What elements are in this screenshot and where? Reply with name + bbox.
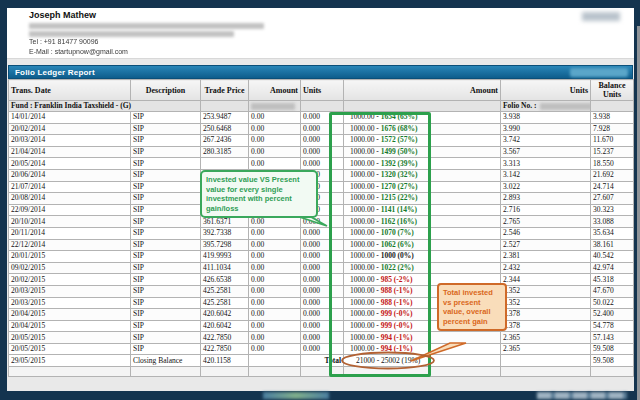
cell-amount: 0.00 bbox=[249, 274, 301, 286]
col-header-units-2: Units bbox=[501, 80, 591, 101]
table-row: 21/04/2014SIP280.31850.000.0001000.00 - … bbox=[9, 146, 634, 158]
cell-balance-units: 24.714 bbox=[591, 181, 634, 193]
cell-balance-units: 11.670 bbox=[591, 135, 634, 147]
cell-units: 0.000 bbox=[301, 332, 344, 344]
cell-description: SIP bbox=[131, 285, 201, 297]
cell-description: SIP bbox=[131, 227, 201, 239]
cell-invested-vs-present: 1000.00 - 1022 (2%) bbox=[344, 262, 501, 274]
cell-trans-date: 20/11/2014 bbox=[9, 227, 131, 239]
cell-trans-date: 21/07/2014 bbox=[9, 181, 131, 193]
cell-invested-vs-present: 1000.00 - 994 (-1%) bbox=[344, 343, 501, 355]
cell-present-units: 3.938 bbox=[501, 112, 591, 124]
cell-units: 0.000 bbox=[301, 239, 344, 251]
cell-balance-units: 45.318 bbox=[591, 274, 634, 286]
cell-present-units: 3.142 bbox=[501, 169, 591, 181]
fund-cell-amount bbox=[249, 101, 301, 112]
cell-trade-price: 411.1034 bbox=[201, 262, 249, 274]
cell-units: 0.000 bbox=[301, 123, 344, 135]
cell-units: 0.000 bbox=[301, 274, 344, 286]
tooltip-invested-vs-present: Invested value VS Present value for ever… bbox=[200, 170, 318, 218]
cell-description: Closing Balance bbox=[131, 355, 201, 367]
cell-invested-vs-present: 1000.00 - 1141 (14%) bbox=[344, 204, 501, 216]
cell-trans-date: 20/03/2015 bbox=[9, 297, 131, 309]
cell-trans-date: 20/05/2015 bbox=[9, 332, 131, 344]
empty-cell bbox=[501, 367, 591, 377]
cell-trade-price: 280.3185 bbox=[201, 146, 249, 158]
cell-units: 0.000 bbox=[301, 343, 344, 355]
redacted-header-badge bbox=[582, 12, 620, 21]
cell-balance-units: 38.161 bbox=[591, 239, 634, 251]
cell-invested-vs-present: 1000.00 - 1070 (7%) bbox=[344, 227, 501, 239]
cell-trade-price: 425.2581 bbox=[201, 297, 249, 309]
cell-description: SIP bbox=[131, 332, 201, 344]
cell-amount: 0.00 bbox=[249, 332, 301, 344]
cell-present-units: 3.567 bbox=[501, 146, 591, 158]
table-row: 20/05/2015SIP422.78500.000.0001000.00 - … bbox=[9, 332, 634, 344]
table-row: 20/03/2015SIP425.25810.000.0001000.00 - … bbox=[9, 285, 634, 297]
cell-trade-price: 392.7338 bbox=[201, 227, 249, 239]
cell-invested-vs-present: 1000.00 - 1215 (22%) bbox=[344, 193, 501, 205]
cell-present-units: 2.716 bbox=[501, 204, 591, 216]
cell-trans-date: 20/10/2014 bbox=[9, 216, 131, 228]
table-row: 20/03/2015SIP425.25810.000.0001000.00 - … bbox=[9, 297, 634, 309]
cell-trade-price: 420.1158 bbox=[201, 355, 249, 367]
empty-cell bbox=[249, 367, 301, 377]
col-header-description: Description bbox=[131, 80, 201, 101]
cell-balance-units: 27.607 bbox=[591, 193, 634, 205]
redacted-toolbar-button[interactable] bbox=[570, 68, 628, 77]
cell-trans-date: 20/04/2015 bbox=[9, 309, 131, 321]
cell-total-label: Total bbox=[301, 355, 344, 367]
cell-invested-vs-present: 1000.00 - 1654 (65%) bbox=[344, 112, 501, 124]
cell-description: SIP bbox=[131, 146, 201, 158]
cell-balance-units: 57.143 bbox=[591, 332, 634, 344]
folio-number-cell: Folio No. : bbox=[501, 101, 591, 112]
cell-description: SIP bbox=[131, 135, 201, 147]
table-row: 20/04/2015SIP420.60420.000.0001000.00 - … bbox=[9, 320, 634, 332]
cell-amount bbox=[249, 355, 301, 367]
table-row: 20/03/2014SIP267.24360.000.0001000.00 - … bbox=[9, 135, 634, 147]
fund-cell-price bbox=[201, 101, 249, 112]
cell-balance-units: 3.938 bbox=[591, 112, 634, 124]
cell-description: SIP bbox=[131, 297, 201, 309]
cell-trans-date: 22/12/2014 bbox=[9, 239, 131, 251]
cell-amount: 0.00 bbox=[249, 309, 301, 321]
table-row: 20/05/2015SIP422.78500.000.0001000.00 - … bbox=[9, 343, 634, 355]
cell-trans-date: 14/01/2014 bbox=[9, 112, 131, 124]
cell-trade-price: 267.2436 bbox=[201, 135, 249, 147]
cell-amount: 0.00 bbox=[249, 285, 301, 297]
cell-total-invested-vs-present: 21000 - 25002 (19%) bbox=[344, 355, 501, 367]
cell-amount: 0.00 bbox=[249, 227, 301, 239]
cell-trans-date: 20/05/2014 bbox=[9, 158, 131, 170]
col-header-balance-units: Balance Units bbox=[591, 80, 634, 101]
contact-name: Joseph Mathew bbox=[29, 10, 96, 20]
table-row: 20/05/2014SIP0.000.0001000.00 - 1392 (39… bbox=[9, 158, 634, 170]
cell-present-units: 2.381 bbox=[501, 251, 591, 263]
cell-units: 0.000 bbox=[301, 227, 344, 239]
empty-cell bbox=[201, 367, 249, 377]
report-title-bar: Folio Ledger Report bbox=[8, 65, 633, 79]
cell-present-units: 2.365 bbox=[501, 343, 591, 355]
col-header-amount-2: Amount bbox=[344, 80, 501, 101]
table-row: 20/01/2015SIP419.99930.000.0001000.00 - … bbox=[9, 251, 634, 263]
table-row: 09/02/2015SIP411.10340.000.0001000.00 - … bbox=[9, 262, 634, 274]
cell-trade-price: 426.6538 bbox=[201, 274, 249, 286]
col-header-units-1: Units bbox=[301, 80, 344, 101]
cell-trans-date: 20/06/2014 bbox=[9, 169, 131, 181]
empty-row bbox=[9, 367, 634, 377]
empty-cell bbox=[9, 367, 131, 377]
empty-cell bbox=[344, 367, 501, 377]
cell-present-units: 3.022 bbox=[501, 181, 591, 193]
cell-present-units: 3.742 bbox=[501, 135, 591, 147]
table-row: 21/07/2014SIP0.000.0001000.00 - 1270 (27… bbox=[9, 181, 634, 193]
cell-trade-price: 253.9487 bbox=[201, 112, 249, 124]
cell-description: SIP bbox=[131, 251, 201, 263]
cell-invested-vs-present: 1000.00 - 1499 (50%) bbox=[344, 146, 501, 158]
cell-trade-price: 250.6468 bbox=[201, 123, 249, 135]
cell-present-units: 2.365 bbox=[501, 332, 591, 344]
cell-trade-price bbox=[201, 158, 249, 170]
cell-description: SIP bbox=[131, 123, 201, 135]
table-row: 22/09/2014SIP368.16590.000.0001000.00 - … bbox=[9, 204, 634, 216]
redacted-taskbar-item bbox=[263, 392, 329, 399]
cell-trade-price: 422.7850 bbox=[201, 343, 249, 355]
cell-balance-units: 47.670 bbox=[591, 285, 634, 297]
